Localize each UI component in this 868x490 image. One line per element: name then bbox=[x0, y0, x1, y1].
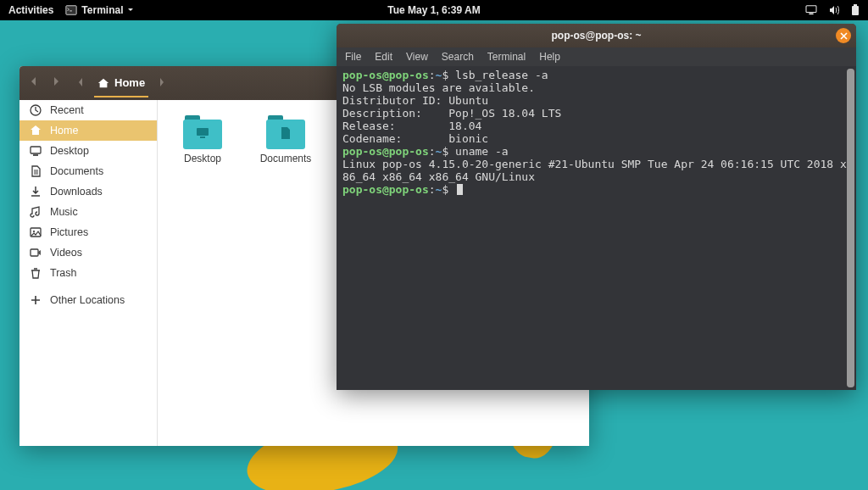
sidebar-item-label: Other Locations bbox=[50, 294, 125, 306]
terminal-scrollbar[interactable] bbox=[847, 69, 854, 387]
svg-rect-7 bbox=[31, 147, 41, 153]
menu-search[interactable]: Search bbox=[442, 51, 474, 63]
home-icon bbox=[30, 125, 42, 136]
sidebar-item-label: Desktop bbox=[50, 145, 89, 157]
sidebar-item-label: Documents bbox=[50, 165, 103, 177]
location-label: Home bbox=[114, 76, 145, 89]
app-menu[interactable]: Terminal bbox=[65, 4, 134, 16]
sidebar-item-label: Trash bbox=[50, 267, 77, 279]
svg-rect-3 bbox=[809, 13, 813, 14]
terminal-icon bbox=[65, 4, 77, 16]
terminal-menubar: FileEditViewSearchTerminalHelp bbox=[337, 47, 856, 66]
sidebar-item-music[interactable]: Music bbox=[19, 202, 157, 222]
path-forward-icon bbox=[159, 75, 165, 91]
trash-icon bbox=[30, 267, 42, 279]
sidebar-item-desktop[interactable]: Desktop bbox=[19, 141, 157, 161]
svg-rect-8 bbox=[33, 154, 38, 156]
back-button[interactable] bbox=[28, 75, 40, 91]
sidebar-item-label: Home bbox=[50, 125, 78, 136]
terminal-title: pop-os@pop-os: ~ bbox=[551, 30, 641, 42]
plus-icon bbox=[30, 294, 42, 306]
home-icon bbox=[97, 77, 109, 89]
clock-icon bbox=[30, 104, 42, 116]
videos-icon bbox=[30, 247, 42, 259]
sidebar-item-home[interactable]: Home bbox=[19, 120, 157, 141]
pictures-icon bbox=[30, 226, 42, 238]
cursor bbox=[457, 184, 463, 195]
location-home[interactable]: Home bbox=[94, 69, 148, 97]
app-menu-label: Terminal bbox=[81, 4, 123, 16]
svg-rect-2 bbox=[806, 6, 816, 13]
sidebar-item-downloads[interactable]: Downloads bbox=[19, 181, 157, 202]
sidebar-item-pictures[interactable]: Pictures bbox=[19, 222, 157, 242]
menu-edit[interactable]: Edit bbox=[375, 51, 392, 63]
chevron-down-icon bbox=[127, 7, 134, 14]
svg-point-10 bbox=[33, 231, 35, 232]
terminal-window: pop-os@pop-os: ~ FileEditViewSearchTermi… bbox=[337, 24, 856, 390]
svg-rect-11 bbox=[31, 249, 38, 256]
menu-terminal[interactable]: Terminal bbox=[487, 51, 526, 63]
file-manager-sidebar: RecentHomeDesktopDocumentsDownloadsMusic… bbox=[19, 100, 158, 446]
sidebar-item-label: Videos bbox=[50, 247, 82, 259]
menu-file[interactable]: File bbox=[345, 51, 361, 63]
terminal-titlebar[interactable]: pop-os@pop-os: ~ bbox=[337, 24, 856, 47]
sidebar-item-label: Music bbox=[50, 206, 78, 218]
battery-icon bbox=[851, 4, 860, 16]
folder-icon bbox=[183, 115, 222, 149]
display-icon bbox=[805, 5, 817, 15]
close-icon bbox=[840, 32, 848, 40]
path-back-icon bbox=[77, 75, 84, 91]
activities-button[interactable]: Activities bbox=[8, 4, 53, 16]
svg-rect-0 bbox=[66, 6, 76, 15]
svg-rect-4 bbox=[852, 6, 859, 15]
sidebar-item-label: Downloads bbox=[50, 186, 103, 198]
sidebar-item-trash[interactable]: Trash bbox=[19, 263, 157, 283]
folder-label: Documents bbox=[260, 153, 312, 164]
scrollbar-thumb[interactable] bbox=[847, 69, 854, 387]
folder-documents[interactable]: Documents bbox=[256, 115, 315, 164]
sidebar-item-label: Recent bbox=[50, 104, 84, 116]
downloads-icon bbox=[30, 186, 42, 198]
close-button[interactable] bbox=[836, 28, 851, 43]
folder-icon bbox=[266, 115, 305, 149]
svg-rect-12 bbox=[197, 128, 209, 136]
volume-icon bbox=[829, 5, 839, 15]
desktop-icon bbox=[30, 145, 42, 157]
menu-help[interactable]: Help bbox=[539, 51, 560, 63]
system-status-area[interactable] bbox=[805, 4, 860, 16]
menu-view[interactable]: View bbox=[406, 51, 428, 63]
svg-rect-13 bbox=[200, 136, 205, 138]
sidebar-item-videos[interactable]: Videos bbox=[19, 242, 157, 263]
top-panel: Activities Terminal Tue May 1, 6:39 AM bbox=[0, 0, 868, 20]
forward-button[interactable] bbox=[50, 75, 62, 91]
sidebar-item-recent[interactable]: Recent bbox=[19, 100, 157, 120]
sidebar-item-documents[interactable]: Documents bbox=[19, 161, 157, 181]
sidebar-item-label: Pictures bbox=[50, 226, 88, 238]
clock[interactable]: Tue May 1, 6:39 AM bbox=[387, 4, 480, 16]
documents-icon bbox=[30, 165, 42, 177]
folder-label: Desktop bbox=[184, 153, 221, 164]
sidebar-item-other[interactable]: Other Locations bbox=[19, 290, 157, 310]
folder-desktop[interactable]: Desktop bbox=[173, 115, 232, 164]
music-icon bbox=[30, 206, 42, 218]
terminal-body[interactable]: pop-os@pop-os:~$ lsb_release -aNo LSB mo… bbox=[337, 66, 856, 390]
svg-rect-5 bbox=[854, 4, 857, 6]
